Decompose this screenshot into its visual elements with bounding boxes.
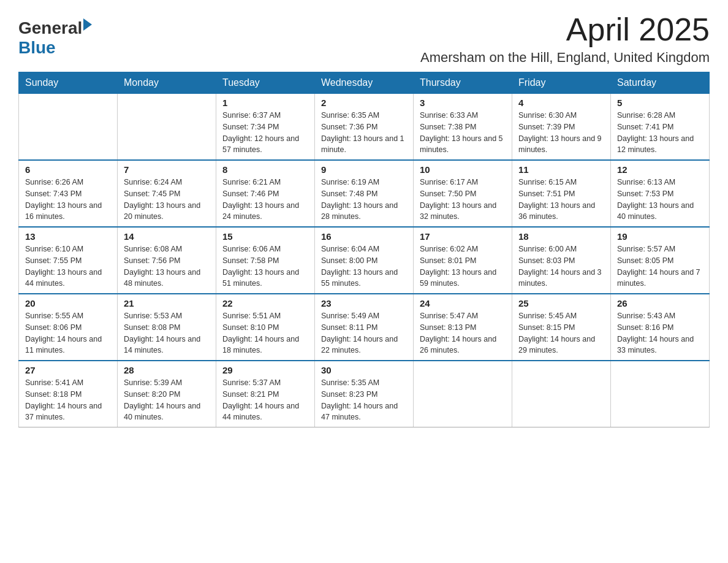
day-info: Sunrise: 6:13 AMSunset: 7:53 PMDaylight:…	[617, 177, 703, 223]
calendar-day-cell: 11Sunrise: 6:15 AMSunset: 7:51 PMDayligh…	[512, 160, 611, 227]
day-info: Sunrise: 5:41 AMSunset: 8:18 PMDaylight:…	[25, 377, 111, 423]
day-number: 9	[321, 164, 407, 175]
calendar-day-cell: 25Sunrise: 5:45 AMSunset: 8:15 PMDayligh…	[512, 294, 611, 361]
calendar-day-cell: 20Sunrise: 5:55 AMSunset: 8:06 PMDayligh…	[19, 294, 118, 361]
day-number: 12	[617, 164, 703, 175]
day-number: 21	[124, 298, 210, 308]
calendar-day-cell: 14Sunrise: 6:08 AMSunset: 7:56 PMDayligh…	[118, 227, 216, 294]
day-number: 18	[518, 231, 604, 242]
day-number: 7	[124, 164, 210, 175]
day-number: 6	[25, 164, 111, 175]
day-info: Sunrise: 5:53 AMSunset: 8:08 PMDaylight:…	[124, 310, 210, 356]
calendar-day-cell	[118, 94, 216, 161]
day-number: 5	[617, 98, 703, 108]
day-number: 20	[25, 298, 111, 308]
day-info: Sunrise: 6:06 AMSunset: 7:58 PMDaylight:…	[222, 243, 308, 289]
location-title: Amersham on the Hill, England, United Ki…	[420, 50, 710, 66]
day-number: 25	[518, 298, 604, 308]
day-number: 15	[222, 231, 308, 242]
day-number: 13	[25, 231, 111, 242]
day-number: 27	[25, 365, 111, 375]
calendar-day-cell: 15Sunrise: 6:06 AMSunset: 7:58 PMDayligh…	[216, 227, 315, 294]
calendar-week-row: 1Sunrise: 6:37 AMSunset: 7:34 PMDaylight…	[19, 94, 710, 161]
day-number: 23	[321, 298, 407, 308]
day-number: 16	[321, 231, 407, 242]
day-number: 2	[321, 98, 407, 108]
calendar-day-header: Friday	[512, 72, 611, 94]
calendar-day-cell: 9Sunrise: 6:19 AMSunset: 7:48 PMDaylight…	[315, 160, 414, 227]
calendar-day-header: Thursday	[414, 72, 512, 94]
logo-triangle-icon	[83, 18, 92, 31]
logo-blue: Blue	[18, 38, 92, 58]
calendar-week-row: 27Sunrise: 5:41 AMSunset: 8:18 PMDayligh…	[19, 361, 710, 427]
day-info: Sunrise: 6:28 AMSunset: 7:41 PMDaylight:…	[617, 110, 703, 156]
day-info: Sunrise: 5:57 AMSunset: 8:05 PMDaylight:…	[617, 243, 703, 289]
day-number: 17	[420, 231, 506, 242]
day-info: Sunrise: 5:45 AMSunset: 8:15 PMDaylight:…	[518, 310, 604, 356]
day-info: Sunrise: 5:47 AMSunset: 8:13 PMDaylight:…	[420, 310, 506, 356]
calendar-day-header: Saturday	[611, 72, 710, 94]
day-info: Sunrise: 6:21 AMSunset: 7:46 PMDaylight:…	[222, 177, 308, 223]
calendar-header-row: SundayMondayTuesdayWednesdayThursdayFrid…	[19, 72, 710, 94]
day-info: Sunrise: 5:55 AMSunset: 8:06 PMDaylight:…	[25, 310, 111, 356]
calendar-day-cell: 5Sunrise: 6:28 AMSunset: 7:41 PMDaylight…	[611, 94, 710, 161]
page-header: General Blue April 2025 Amersham on the …	[18, 12, 710, 66]
day-info: Sunrise: 6:02 AMSunset: 8:01 PMDaylight:…	[420, 243, 506, 289]
calendar-day-cell: 17Sunrise: 6:02 AMSunset: 8:01 PMDayligh…	[414, 227, 512, 294]
calendar-day-cell: 21Sunrise: 5:53 AMSunset: 8:08 PMDayligh…	[118, 294, 216, 361]
calendar-day-cell: 1Sunrise: 6:37 AMSunset: 7:34 PMDaylight…	[216, 94, 315, 161]
day-info: Sunrise: 6:19 AMSunset: 7:48 PMDaylight:…	[321, 177, 407, 223]
title-area: April 2025 Amersham on the Hill, England…	[420, 12, 710, 66]
day-number: 8	[222, 164, 308, 175]
day-info: Sunrise: 5:49 AMSunset: 8:11 PMDaylight:…	[321, 310, 407, 356]
calendar-day-header: Wednesday	[315, 72, 414, 94]
calendar-day-cell: 30Sunrise: 5:35 AMSunset: 8:23 PMDayligh…	[315, 361, 414, 427]
calendar-day-cell: 26Sunrise: 5:43 AMSunset: 8:16 PMDayligh…	[611, 294, 710, 361]
day-number: 3	[420, 98, 506, 108]
day-number: 10	[420, 164, 506, 175]
calendar-day-cell: 4Sunrise: 6:30 AMSunset: 7:39 PMDaylight…	[512, 94, 611, 161]
calendar-day-header: Sunday	[19, 72, 118, 94]
calendar-table: SundayMondayTuesdayWednesdayThursdayFrid…	[18, 72, 710, 427]
day-number: 30	[321, 365, 407, 375]
day-number: 4	[518, 98, 604, 108]
day-number: 1	[222, 98, 308, 108]
calendar-day-cell: 12Sunrise: 6:13 AMSunset: 7:53 PMDayligh…	[611, 160, 710, 227]
calendar-day-cell: 7Sunrise: 6:24 AMSunset: 7:45 PMDaylight…	[118, 160, 216, 227]
calendar-day-cell: 29Sunrise: 5:37 AMSunset: 8:21 PMDayligh…	[216, 361, 315, 427]
day-info: Sunrise: 5:37 AMSunset: 8:21 PMDaylight:…	[222, 377, 308, 423]
day-info: Sunrise: 5:39 AMSunset: 8:20 PMDaylight:…	[124, 377, 210, 423]
month-title: April 2025	[420, 12, 710, 47]
logo-general: General	[18, 18, 82, 38]
calendar-day-cell	[414, 361, 512, 427]
calendar-day-cell: 13Sunrise: 6:10 AMSunset: 7:55 PMDayligh…	[19, 227, 118, 294]
day-info: Sunrise: 6:35 AMSunset: 7:36 PMDaylight:…	[321, 110, 407, 156]
day-info: Sunrise: 6:15 AMSunset: 7:51 PMDaylight:…	[518, 177, 604, 223]
day-info: Sunrise: 5:35 AMSunset: 8:23 PMDaylight:…	[321, 377, 407, 423]
day-info: Sunrise: 6:24 AMSunset: 7:45 PMDaylight:…	[124, 177, 210, 223]
calendar-day-cell	[611, 361, 710, 427]
day-number: 24	[420, 298, 506, 308]
day-info: Sunrise: 6:10 AMSunset: 7:55 PMDaylight:…	[25, 243, 111, 289]
day-number: 19	[617, 231, 703, 242]
logo: General Blue	[18, 18, 92, 58]
calendar-day-cell: 10Sunrise: 6:17 AMSunset: 7:50 PMDayligh…	[414, 160, 512, 227]
calendar-day-cell	[512, 361, 611, 427]
logo-text: General Blue	[18, 18, 92, 58]
day-info: Sunrise: 6:08 AMSunset: 7:56 PMDaylight:…	[124, 243, 210, 289]
calendar-week-row: 20Sunrise: 5:55 AMSunset: 8:06 PMDayligh…	[19, 294, 710, 361]
calendar-day-cell: 22Sunrise: 5:51 AMSunset: 8:10 PMDayligh…	[216, 294, 315, 361]
day-number: 28	[124, 365, 210, 375]
day-info: Sunrise: 5:51 AMSunset: 8:10 PMDaylight:…	[222, 310, 308, 356]
day-info: Sunrise: 6:26 AMSunset: 7:43 PMDaylight:…	[25, 177, 111, 223]
calendar-day-cell: 27Sunrise: 5:41 AMSunset: 8:18 PMDayligh…	[19, 361, 118, 427]
calendar-week-row: 13Sunrise: 6:10 AMSunset: 7:55 PMDayligh…	[19, 227, 710, 294]
calendar-day-cell: 2Sunrise: 6:35 AMSunset: 7:36 PMDaylight…	[315, 94, 414, 161]
day-info: Sunrise: 6:30 AMSunset: 7:39 PMDaylight:…	[518, 110, 604, 156]
calendar-day-cell: 18Sunrise: 6:00 AMSunset: 8:03 PMDayligh…	[512, 227, 611, 294]
day-number: 22	[222, 298, 308, 308]
day-info: Sunrise: 6:17 AMSunset: 7:50 PMDaylight:…	[420, 177, 506, 223]
calendar-day-cell: 16Sunrise: 6:04 AMSunset: 8:00 PMDayligh…	[315, 227, 414, 294]
day-number: 11	[518, 164, 604, 175]
calendar-day-cell: 19Sunrise: 5:57 AMSunset: 8:05 PMDayligh…	[611, 227, 710, 294]
